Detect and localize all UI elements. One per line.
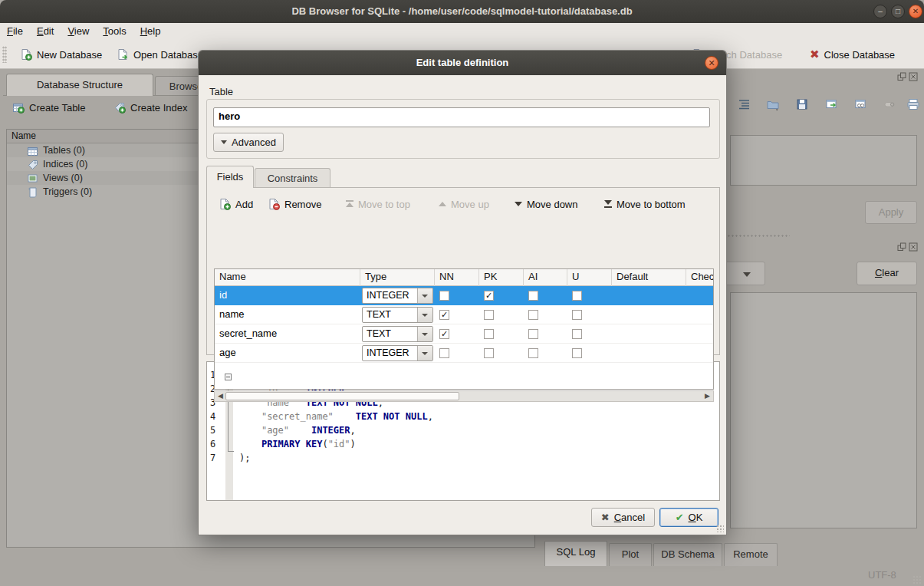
edit-cell-box[interactable] — [730, 135, 917, 186]
move-up-icon — [439, 200, 446, 208]
chevron-down-icon — [743, 272, 751, 277]
checkbox-nn[interactable] — [439, 329, 449, 339]
dialog-titlebar[interactable]: Edit table definition ✕ — [199, 51, 726, 75]
cell-import-icon[interactable] — [766, 98, 781, 110]
open-database-button[interactable]: Open Database — [117, 44, 203, 64]
table-icon — [27, 145, 38, 156]
maximize-icon[interactable]: □ — [891, 5, 905, 18]
column-header-u[interactable]: U — [567, 269, 612, 286]
column-header-name[interactable]: Name — [215, 269, 360, 286]
line-number: 7 — [207, 451, 222, 465]
add-field-button[interactable]: Add — [219, 194, 253, 214]
dialog-close-icon[interactable]: ✕ — [705, 56, 718, 70]
clear-button[interactable]: Clear — [857, 262, 917, 285]
remove-field-button[interactable]: Remove — [268, 194, 321, 214]
window-resize-grip[interactable] — [912, 575, 921, 584]
create-table-button[interactable]: Create Table — [12, 101, 85, 114]
cell-popout-icon[interactable] — [825, 98, 839, 110]
table-name-input[interactable]: hero — [213, 107, 710, 127]
ok-check-icon: ✔ — [676, 512, 684, 523]
splitter-handle[interactable] — [727, 234, 790, 238]
column-header-nn[interactable]: NN — [435, 269, 479, 286]
cell-set-null-icon[interactable] — [883, 98, 897, 110]
field-row-id[interactable]: idINTEGER — [215, 286, 714, 305]
tab-database-structure[interactable]: Database Structure — [6, 74, 153, 96]
window-title: DB Browser for SQLite - /home/user/code/… — [0, 5, 924, 17]
checkbox-pk[interactable] — [484, 348, 494, 358]
checkbox-ai[interactable] — [528, 348, 538, 358]
fold-collapse-icon[interactable] — [225, 374, 232, 380]
sql-log-box[interactable] — [730, 292, 917, 528]
tab-constraints[interactable]: Constraints — [255, 168, 330, 188]
close-database-button[interactable]: ✖ Close Database — [810, 44, 895, 64]
checkbox-u[interactable] — [572, 348, 582, 358]
checkbox-nn[interactable] — [439, 310, 449, 320]
toolbar-grip[interactable] — [2, 46, 7, 63]
field-row-name[interactable]: nameTEXT — [215, 305, 714, 324]
column-header-type[interactable]: Type — [360, 269, 435, 286]
close-database-icon: ✖ — [810, 48, 820, 61]
cell-export-icon[interactable] — [796, 98, 810, 110]
field-type-dropdown[interactable]: TEXT — [362, 326, 433, 342]
fields-hscrollbar[interactable]: ◀ ▶ — [214, 390, 714, 402]
cell-text-mode-icon[interactable] — [738, 98, 751, 110]
app-window: DB Browser for SQLite - /home/user/code/… — [0, 0, 924, 586]
menu-view[interactable]: View — [61, 23, 96, 39]
move-to-bottom-button[interactable]: Move to bottom — [604, 194, 686, 214]
checkbox-nn[interactable] — [439, 291, 449, 301]
advanced-button[interactable]: Advanced — [213, 133, 284, 152]
menu-file[interactable]: File — [0, 23, 30, 39]
table-label: Table — [209, 86, 233, 97]
minimize-icon[interactable]: – — [873, 5, 887, 18]
remove-icon — [268, 198, 280, 210]
column-header-pk[interactable]: PK — [479, 269, 524, 286]
scrollbar-thumb[interactable] — [225, 392, 459, 400]
checkbox-pk[interactable] — [484, 291, 494, 301]
checkbox-ai[interactable] — [528, 329, 538, 339]
field-type-dropdown[interactable]: TEXT — [362, 307, 433, 323]
field-row-age[interactable]: ageINTEGER — [215, 344, 714, 363]
cell-link-icon[interactable] — [854, 98, 868, 110]
dialog-resize-grip[interactable] — [716, 525, 724, 532]
dock-close-icon[interactable] — [909, 72, 918, 81]
dialog-title: Edit table definition — [199, 57, 726, 68]
bottom-tab-db-schema[interactable]: DB Schema — [653, 543, 722, 566]
checkbox-pk[interactable] — [484, 329, 494, 339]
encoding-indicator: UTF-8 — [868, 569, 896, 581]
checkbox-u[interactable] — [572, 329, 582, 339]
move-to-top-button: Move to top — [346, 194, 410, 214]
checkbox-ai[interactable] — [528, 291, 538, 301]
column-header-default[interactable]: Default — [612, 269, 686, 286]
new-database-button[interactable]: New Database — [20, 44, 102, 64]
field-type-dropdown[interactable]: INTEGER — [362, 288, 433, 304]
ok-button[interactable]: ✔ OK — [659, 508, 718, 527]
field-type-dropdown[interactable]: INTEGER — [362, 345, 433, 361]
bottom-tab-plot[interactable]: Plot — [609, 543, 652, 566]
cancel-button[interactable]: ✖ Cancel — [591, 508, 655, 527]
scroll-left-icon[interactable]: ◀ — [215, 392, 225, 400]
move-down-button[interactable]: Move down — [515, 194, 577, 214]
menu-tools[interactable]: Tools — [96, 23, 133, 39]
column-header-check[interactable]: Check — [686, 269, 714, 286]
menu-help[interactable]: Help — [133, 23, 168, 39]
column-header-ai[interactable]: AI — [524, 269, 567, 286]
dock-float-icon[interactable] — [897, 242, 906, 252]
tab-fields[interactable]: Fields — [206, 166, 254, 188]
field-row-secret_name[interactable]: secret_nameTEXT — [215, 324, 714, 344]
checkbox-nn[interactable] — [439, 348, 449, 358]
scroll-right-icon[interactable]: ▶ — [702, 392, 712, 400]
checkbox-ai[interactable] — [528, 310, 538, 320]
add-icon — [219, 198, 231, 210]
checkbox-pk[interactable] — [484, 310, 494, 320]
close-icon[interactable]: ✕ — [909, 5, 922, 18]
menu-edit[interactable]: Edit — [30, 23, 61, 39]
checkbox-u[interactable] — [572, 310, 582, 320]
bottom-tab-remote[interactable]: Remote — [724, 543, 778, 566]
checkbox-u[interactable] — [572, 291, 582, 301]
create-index-button[interactable]: Create Index — [113, 101, 187, 114]
dock-float-icon[interactable] — [897, 72, 906, 81]
bottom-tab-sql-log[interactable]: SQL Log — [544, 541, 607, 566]
dock-close-icon[interactable] — [909, 242, 918, 252]
create-index-icon — [113, 101, 126, 114]
cell-print-icon[interactable] — [906, 98, 920, 110]
